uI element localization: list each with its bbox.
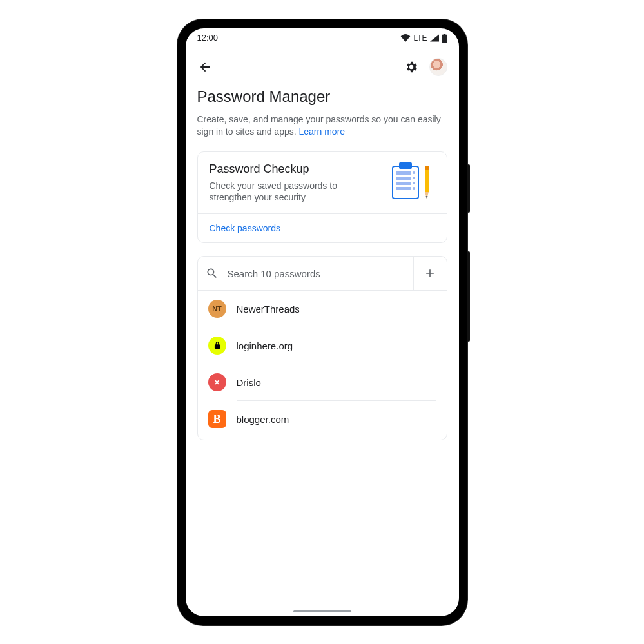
svg-rect-3	[396, 177, 411, 180]
card-body: Password Checkup Check your saved passwo…	[198, 152, 447, 213]
signal-icon	[430, 34, 439, 42]
svg-rect-10	[425, 166, 429, 192]
power-button	[467, 251, 470, 342]
network-label: LTE	[413, 34, 427, 43]
checkup-title: Password Checkup	[210, 162, 381, 176]
main-content: Password Manager Create, save, and manag…	[186, 48, 459, 616]
svg-rect-4	[396, 182, 411, 185]
password-label: loginhere.org	[237, 340, 293, 351]
svg-rect-5	[396, 187, 411, 190]
learn-more-link[interactable]: Learn more	[299, 126, 346, 137]
svg-point-6	[413, 171, 415, 174]
gear-icon	[404, 60, 418, 74]
status-icons: LTE	[400, 34, 447, 43]
status-time: 12:00	[197, 33, 219, 43]
password-label: NewerThreads	[237, 304, 300, 315]
password-list: NTNewerThreadsloginhere.org✕DrisloBblogg…	[198, 291, 447, 440]
site-icon: B	[208, 410, 226, 428]
search-area[interactable]	[198, 258, 413, 289]
clipboard-pencil-icon	[390, 162, 435, 201]
site-icon: ✕	[208, 373, 226, 391]
password-item[interactable]: NTNewerThreads	[198, 291, 447, 327]
password-label: blogger.com	[237, 414, 289, 425]
battery-icon	[442, 34, 447, 43]
status-bar: 12:00 LTE	[186, 28, 459, 48]
svg-point-8	[413, 182, 415, 184]
check-passwords-button[interactable]: Check passwords	[198, 213, 447, 242]
add-password-button[interactable]	[413, 257, 447, 290]
screen: 12:00 LTE Password Manager	[186, 28, 459, 616]
password-item[interactable]: loginhere.org	[198, 327, 447, 364]
device-frame: 12:00 LTE Password Manager	[177, 19, 467, 625]
wifi-icon	[400, 34, 411, 42]
back-button[interactable]	[197, 59, 213, 75]
search-input[interactable]	[228, 268, 405, 279]
card-text: Password Checkup Check your saved passwo…	[210, 162, 381, 203]
svg-point-9	[413, 187, 415, 190]
password-item[interactable]: Bblogger.com	[198, 401, 447, 437]
password-list-card: NTNewerThreadsloginhere.org✕DrisloBblogg…	[197, 256, 447, 440]
search-row	[198, 257, 447, 291]
settings-button[interactable]	[404, 59, 419, 75]
top-bar	[197, 48, 447, 88]
svg-rect-1	[399, 162, 412, 169]
site-icon	[208, 337, 226, 355]
search-icon	[206, 267, 219, 280]
page-title: Password Manager	[197, 88, 447, 106]
svg-rect-2	[396, 171, 411, 175]
page-description: Create, save, and manage your passwords …	[197, 113, 447, 139]
arrow-left-icon	[198, 60, 212, 74]
checkup-subtitle: Check your saved passwords to strengthen…	[210, 180, 381, 203]
svg-point-7	[413, 177, 415, 179]
site-icon: NT	[208, 300, 226, 318]
password-item[interactable]: ✕Drislo	[198, 364, 447, 400]
volume-button	[467, 164, 470, 213]
svg-rect-11	[425, 166, 429, 170]
svg-marker-13	[425, 196, 427, 199]
password-label: Drislo	[237, 377, 261, 388]
password-checkup-card: Password Checkup Check your saved passwo…	[197, 151, 447, 243]
home-indicator[interactable]	[293, 610, 351, 612]
plus-icon	[424, 267, 436, 280]
checkup-illustration	[390, 162, 435, 201]
account-avatar[interactable]	[429, 58, 447, 76]
